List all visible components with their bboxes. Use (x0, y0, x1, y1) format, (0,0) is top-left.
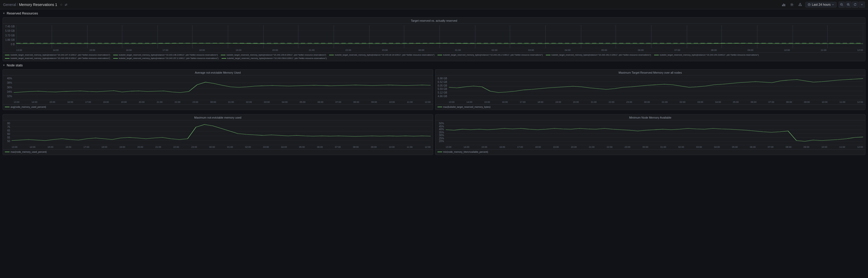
top-bar-right: Last 24 hours ▾ (780, 2, 865, 8)
svg-rect-1 (783, 4, 784, 6)
svg-rect-2 (784, 4, 785, 6)
y-labels-max-not-evict: 80 75 65 60 55 50 (5, 122, 11, 143)
share-icon[interactable]: ⇄ (65, 3, 67, 6)
panel-max-title: Maximum Target Reserved Memory over all … (435, 70, 865, 76)
chart-svg-wrapper-min (446, 122, 863, 145)
y-labels-avg: 40% 38% 36% 34% 32% (5, 77, 13, 98)
chart-min-container: 50% 45% 40% 35% 30% 25% 20% (437, 122, 863, 148)
x-labels-max-not-evict: 13:0014:0015:0016:0017:0018:0019:0020:00… (11, 146, 431, 148)
panel-avg-title: Average not-evictable Memory Used (3, 70, 433, 76)
legend-text-max: max(kubelet_target_reserved_memory_bytes… (443, 106, 491, 108)
legend-line-6 (546, 55, 551, 55)
chart-min-area: 50% 45% 40% 35% 30% 25% 20% (435, 120, 865, 149)
legend-item-10: kubelet_target_reserved_memory_bytes{ins… (222, 57, 327, 59)
legend-line-avg (5, 107, 9, 107)
breadcrumb: General / Memory Reservations 1 ☆ ⇄ (3, 3, 67, 7)
legend-line-max (437, 107, 442, 107)
legend-item-max: max(kubelet_target_reserved_memory_bytes… (437, 106, 491, 108)
y-labels-max: 6.98 GB 6.52 GB 6.05 GB 5.59 GB 5.12 GB … (437, 77, 448, 98)
y-labels-min: 50% 45% 40% 35% 30% 25% 20% (437, 122, 445, 143)
legend-line-4 (329, 55, 334, 55)
node-stats-bottom-row: Maximum not-evictable memory used 80 75 … (3, 114, 865, 157)
alert-icon[interactable] (797, 2, 803, 8)
refresh-interval-button[interactable]: ▾ (859, 2, 865, 8)
chart-svg-reserved (16, 25, 863, 48)
section-reserved-resources-label: Reserved Resources (7, 11, 38, 15)
panel-max-not-evictable: Maximum not-evictable memory used 80 75 … (3, 114, 433, 155)
y-label-3: 1.86 GB (5, 38, 16, 41)
legend-avg: avg(node_memory_used_percent) (3, 104, 433, 110)
x-labels-max: 13:0014:0015:0016:0017:0018:0019:0020:00… (449, 101, 863, 103)
legend-text-max-not-evict: max(node_memory_used_percent) (10, 150, 47, 153)
chart-svg-wrapper-reserved (16, 25, 863, 48)
chart-max-not-evict-container: 80 75 65 60 55 50 (5, 122, 431, 148)
breadcrumb-separator: / (17, 3, 18, 7)
zoom-out-button[interactable] (839, 2, 845, 8)
section-node-stats[interactable]: ▼ Node stats (3, 63, 865, 67)
panel-min-node-memory: Minimum Node Memory Available 50% 45% 40… (435, 114, 866, 155)
time-range-label: Last 24 hours (812, 3, 831, 6)
panel-min-title: Minimum Node Memory Available (435, 114, 865, 120)
legend-line-max-not-evict (5, 152, 9, 152)
legend-item-7: kubelet_target_reserved_memory_bytes{ins… (654, 54, 759, 56)
panel-max-target-reserved: Maximum Target Reserved Memory over all … (435, 69, 866, 110)
svg-rect-0 (782, 5, 783, 6)
chart-svg-wrapper-max (449, 77, 863, 100)
chart-svg-avg (14, 77, 431, 100)
x-labels-min: 13:0014:0015:0016:0017:0018:0019:0020:00… (446, 146, 863, 148)
chart-target-reserved-container: 7.45 GB 5.59 GB 3.73 GB 1.86 GB 0 B (5, 25, 863, 51)
y-label-2: 3.73 GB (5, 34, 16, 37)
chevron-down-icon-2: ▼ (3, 64, 5, 67)
legend-max-not-evict: max(node_memory_used_percent) (3, 149, 433, 155)
panel-target-reserved: Target reserved vs. actually reserved 7.… (3, 17, 865, 61)
panel-target-reserved-title: Target reserved vs. actually reserved (3, 18, 865, 24)
chart-max-not-evict-area: 80 75 65 60 55 50 (3, 120, 433, 149)
dashboard-content: ▼ Reserved Resources Target reserved vs.… (0, 9, 868, 161)
star-icon[interactable]: ☆ (60, 3, 63, 6)
section-reserved-resources[interactable]: ▼ Reserved Resources (3, 11, 865, 15)
time-range-selector[interactable]: Last 24 hours (805, 2, 837, 7)
legend-reserved: kubelet_target_reserved_memory_bytes{ins… (3, 52, 865, 61)
svg-point-3 (792, 4, 793, 5)
legend-item-3: kubelet_target_reserved_memory_bytes{ins… (221, 54, 326, 56)
legend-line-2 (113, 55, 118, 55)
dashboard-settings-icon[interactable] (789, 2, 795, 8)
legend-line-min (437, 152, 442, 152)
legend-max: max(kubelet_target_reserved_memory_bytes… (435, 104, 865, 110)
zoom-in-button[interactable] (845, 2, 851, 8)
legend-line-10 (222, 58, 226, 59)
refresh-button[interactable] (852, 2, 858, 8)
legend-item-1: kubelet_target_reserved_memory_bytes{ins… (5, 54, 110, 56)
y-label-0: 7.45 GB (5, 25, 16, 28)
legend-line-1 (5, 55, 9, 55)
chart-type-icon[interactable] (780, 2, 787, 8)
section-node-stats-label: Node stats (7, 63, 23, 67)
legend-text-min: min(node_memory_MemAvailable_percent) (443, 150, 488, 153)
chart-svg-min (446, 122, 863, 145)
breadcrumb-current: Memory Reservations 1 (19, 3, 57, 7)
x-labels-reserved: 13:0014:0015:0016:0017:0018:0019:0020:00… (16, 49, 863, 51)
legend-item-5: kubelet_target_reserved_memory_bytes{ins… (437, 54, 543, 56)
legend-item-2: kubelet_target_reserved_memory_bytes{ins… (113, 54, 218, 56)
zoom-controls: ▾ (839, 2, 865, 8)
legend-line-5 (437, 55, 442, 55)
legend-line-9 (113, 58, 118, 59)
legend-item-8: kubelet_target_reserved_memory_bytes{ins… (5, 57, 110, 59)
legend-item-min: min(node_memory_MemAvailable_percent) (437, 150, 488, 153)
chart-svg-max-not-evict (11, 122, 431, 145)
legend-item-max-not-evict: max(node_memory_used_percent) (5, 150, 47, 153)
chart-max-area: 6.98 GB 6.52 GB 6.05 GB 5.59 GB 5.12 GB … (435, 76, 865, 104)
top-bar: General / Memory Reservations 1 ☆ ⇄ Last… (0, 0, 868, 9)
chart-avg-container: 40% 38% 36% 34% 32% (5, 77, 431, 103)
chart-target-reserved-area: 7.45 GB 5.59 GB 3.73 GB 1.86 GB 0 B (3, 24, 865, 52)
legend-item-avg: avg(node_memory_used_percent) (5, 106, 46, 108)
legend-line-7 (654, 55, 659, 55)
legend-line-8 (5, 58, 9, 59)
x-labels-avg: 13:0014:0015:0016:0017:0018:0019:0020:00… (14, 101, 431, 103)
breadcrumb-root[interactable]: General (3, 3, 16, 7)
y-label-1: 5.59 GB (5, 29, 16, 32)
node-stats-top-row: Average not-evictable Memory Used 40% 38… (3, 69, 865, 112)
legend-text-avg: avg(node_memory_used_percent) (10, 106, 46, 108)
chart-max-container: 6.98 GB 6.52 GB 6.05 GB 5.59 GB 5.12 GB … (437, 77, 863, 103)
chevron-down-icon: ▼ (3, 12, 5, 15)
